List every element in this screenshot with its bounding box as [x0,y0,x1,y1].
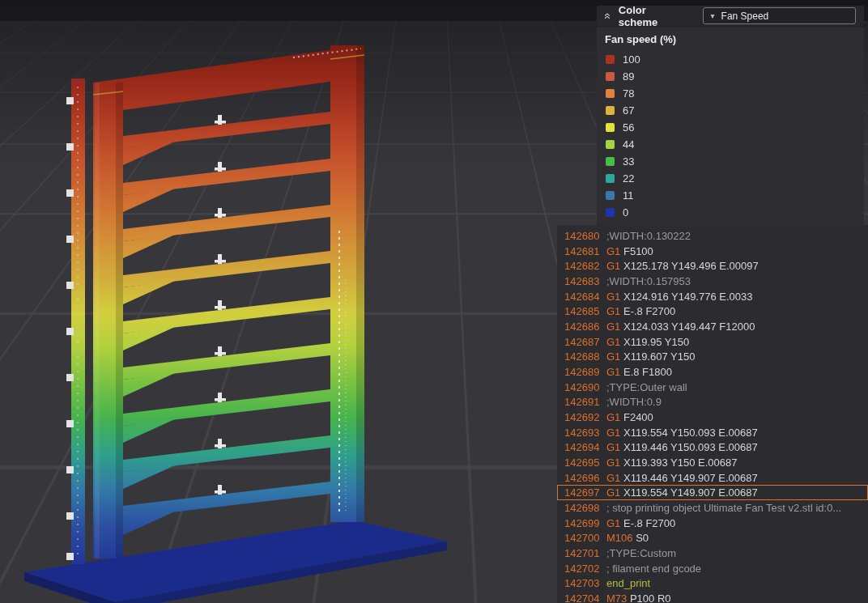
legend-item: 100 [597,51,864,68]
gcode-line-number: 142686 [564,321,606,333]
gcode-line[interactable]: 142690;TYPE:Outer wall [557,380,868,395]
gcode-line-number: 142683 [564,275,606,287]
legend-item: 78 [597,85,864,102]
gcode-line[interactable]: 142687G1 X119.95 Y150 [557,334,868,350]
gcode-line[interactable]: 142681G1 F5100 [557,244,868,259]
gcode-line[interactable]: 142680;WIDTH:0.130222 [557,228,868,244]
legend-color-swatch [606,208,615,217]
gcode-line[interactable]: 142701;TYPE:Custom [557,546,868,561]
gcode-line-content: G1 E.8 F1800 [606,366,672,378]
color-scheme-label: Color scheme [619,4,688,28]
gcode-line-content: G1 X119.607 Y150 [606,350,695,363]
model-base-plate [24,520,447,603]
gcode-line-number: 142689 [564,366,606,378]
gcode-line-number: 142704 [564,592,606,603]
legend-value: 11 [623,189,634,202]
legend-value: 56 [623,121,634,134]
gcode-line-content: G1 E-.8 F2700 [606,305,675,317]
gcode-line[interactable]: 142696G1 X119.446 Y149.907 E.00687 [557,470,868,486]
legend-color-swatch [606,55,615,64]
gcode-line-content: G1 X124.033 Y149.447 F12000 [606,321,755,333]
legend-item: 33 [597,153,864,170]
gcode-line[interactable]: 142686G1 X124.033 Y149.447 F12000 [557,319,868,334]
gcode-line-content: G1 X119.554 Y150.093 E.00687 [606,427,758,439]
gcode-line-number: 142694 [564,441,606,453]
gcode-line-content: M73 P100 R0 [606,592,671,603]
color-scheme-dropdown-value: Fan Speed [721,11,769,22]
gcode-line-content: G1 X119.446 Y150.093 E.00687 [606,441,758,453]
model-rungs [123,112,330,535]
fan-speed-legend: Fan speed (%) 10089786756443322110 [597,28,864,227]
gcode-line-content: G1 X124.916 Y149.776 E.0033 [606,291,753,303]
gcode-line-content: G1 E-.8 F2700 [606,517,675,529]
gcode-line-number: 142702 [564,563,606,575]
legend-value: 100 [623,53,640,66]
gcode-line-number: 142681 [564,245,606,257]
gcode-line-content: ;WIDTH:0.157953 [606,275,691,287]
legend-value: 44 [623,138,634,151]
gcode-line[interactable]: 142692G1 F2400 [557,410,868,425]
legend-color-swatch [606,174,615,183]
legend-color-swatch [606,72,615,81]
gcode-line[interactable]: 142699G1 E-.8 F2700 [557,516,868,531]
gcode-line-content: G1 F5100 [606,245,653,257]
legend-value: 33 [623,155,634,168]
legend-value: 22 [623,172,634,185]
legend-value: 78 [623,87,634,100]
legend-color-swatch [606,89,615,98]
gcode-line-number: 142687 [564,336,606,348]
legend-value: 89 [623,70,634,83]
gcode-line[interactable]: 142685G1 E-.8 F2700 [557,304,868,319]
gcode-line-content: ; stop printing object Ultimate Fan Test… [606,502,841,514]
gcode-line[interactable]: 142704M73 P100 R0 [557,591,868,603]
gcode-line[interactable]: 142693G1 X119.554 Y150.093 E.00687 [557,425,868,440]
gcode-viewer-panel[interactable]: 142680;WIDTH:0.130222142681G1 F510014268… [557,225,868,603]
gcode-line[interactable]: 142684G1 X124.916 Y149.776 E.0033 [557,289,868,304]
legend-item: 89 [597,68,864,85]
gcode-line-number: 142703 [564,577,606,589]
legend-item: 44 [597,136,864,153]
gcode-line-content: G1 X119.446 Y149.907 E.00687 [606,472,758,484]
gcode-line-content: G1 X119.554 Y149.907 E.00687 [606,486,758,499]
gcode-line[interactable]: 142695G1 X119.393 Y150 E.00687 [557,455,868,470]
gcode-line[interactable]: 142682G1 X125.178 Y149.496 E.00097 [557,258,868,274]
gcode-line-content: ;WIDTH:0.9 [606,396,662,408]
gcode-line-highlighted[interactable]: 142697G1 X119.554 Y149.907 E.00687 [557,485,868,500]
gcode-line[interactable]: 142703end_print [557,575,868,591]
gcode-line[interactable]: 142702; filament end gcode [557,561,868,576]
legend-color-swatch [606,140,615,149]
gcode-line[interactable]: 142698; stop printing object Ultimate Fa… [557,500,868,516]
gcode-line-content: ;TYPE:Custom [606,547,676,559]
model-main-frame [93,45,364,558]
gcode-line[interactable]: 142700M106 S0 [557,530,868,546]
legend-title: Fan speed (%) [597,28,864,51]
gcode-line[interactable]: 142689G1 E.8 F1800 [557,364,868,380]
color-scheme-dropdown[interactable]: ▾ Fan Speed [703,7,856,24]
gcode-line[interactable]: 142691;WIDTH:0.9 [557,394,868,410]
gcode-line[interactable]: 142688G1 X119.607 Y150 [557,349,868,364]
gcode-line-number: 142688 [564,350,606,363]
gcode-line-content: M106 S0 [606,532,649,544]
legend-items: 10089786756443322110 [597,51,864,221]
legend-item: 67 [597,102,864,119]
gcode-line-content: ;WIDTH:0.130222 [606,230,691,242]
fan-test-tower-model[interactable] [8,28,462,603]
gcode-line-number: 142701 [564,547,606,559]
gcode-line-content: ; filament end gcode [606,563,701,575]
gcode-line-content: G1 F2400 [606,411,653,423]
gcode-line-number: 142696 [564,472,606,484]
gcode-line-number: 142695 [564,456,606,469]
gcode-line[interactable]: 142683;WIDTH:0.157953 [557,274,868,289]
gcode-line-content: ;TYPE:Outer wall [606,381,687,393]
gcode-line-content: G1 X119.393 Y150 E.00687 [606,456,737,469]
collapse-panel-icon[interactable]: « [602,13,614,19]
legend-color-swatch [606,191,615,200]
gcode-line[interactable]: 142694G1 X119.446 Y150.093 E.00687 [557,440,868,455]
color-scheme-header: « Color scheme ▾ Fan Speed [597,6,864,26]
legend-value: 67 [623,104,634,117]
gcode-line-number: 142692 [564,411,606,423]
gcode-line-number: 142680 [564,230,606,242]
legend-item: 11 [597,187,864,204]
gcode-line-number: 142698 [564,502,606,514]
gcode-line-number: 142682 [564,260,606,272]
